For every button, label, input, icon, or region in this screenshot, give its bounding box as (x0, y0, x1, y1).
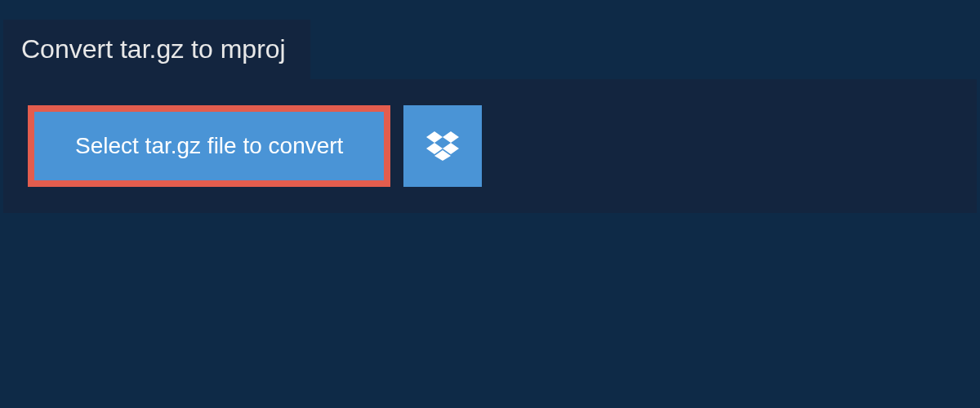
select-file-label: Select tar.gz file to convert (75, 133, 343, 159)
page-title: Convert tar.gz to mproj (21, 34, 286, 64)
svg-marker-0 (426, 131, 443, 143)
select-file-button[interactable]: Select tar.gz file to convert (28, 105, 390, 187)
dropbox-icon (426, 131, 459, 161)
svg-marker-1 (443, 131, 459, 143)
button-row: Select tar.gz file to convert (28, 105, 952, 187)
upload-panel: Select tar.gz file to convert (3, 79, 977, 213)
header-tab: Convert tar.gz to mproj (3, 20, 310, 79)
dropbox-button[interactable] (403, 105, 482, 187)
